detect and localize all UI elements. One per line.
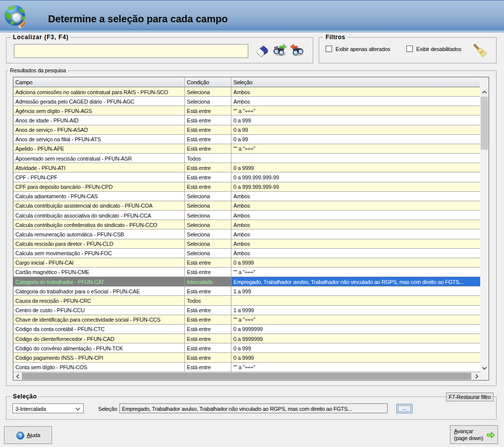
svg-text:?: ?	[19, 433, 22, 439]
